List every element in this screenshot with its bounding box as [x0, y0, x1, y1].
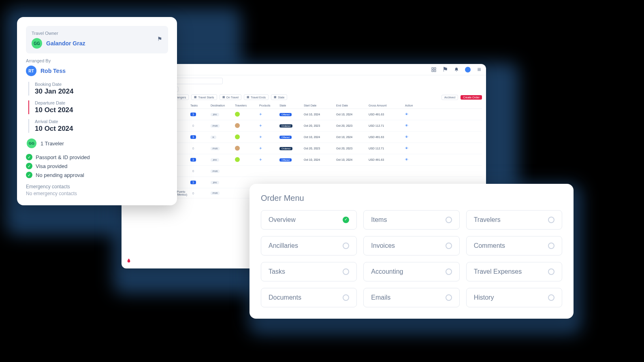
menu-item-emails[interactable]: Emails — [363, 288, 459, 307]
check-icon: ✓ — [26, 172, 32, 178]
traveler-avatar — [235, 123, 240, 128]
archived-toggle[interactable]: Archived — [441, 95, 458, 100]
date-value: 10 Oct 2024 — [35, 125, 168, 133]
traveler-avatar — [235, 146, 240, 151]
flag-icon[interactable]: ⚑ — [442, 67, 448, 72]
plane-icon: ✈ — [259, 135, 262, 139]
arranged-by: Arranged By RT Rob Tess — [26, 58, 168, 76]
date-item: Departure Date10 Oct 2024 — [28, 100, 168, 114]
radio-icon — [446, 243, 452, 249]
arranger-avatar[interactable]: RT — [26, 66, 36, 76]
menu-item-label: Comments — [474, 242, 505, 249]
date-value: 30 Jan 2024 — [35, 87, 168, 96]
menu-item-accounting[interactable]: Accounting — [363, 262, 459, 281]
radio-icon — [548, 268, 554, 275]
menu-item-label: Invoices — [371, 242, 395, 249]
plane-icon: ✈ — [259, 113, 262, 116]
arranger-name[interactable]: Rob Tess — [41, 68, 66, 74]
table-row[interactable]: Puerto Vallarta0PVR — [142, 166, 482, 177]
task-count: 0 — [190, 147, 196, 150]
end-date: Oct 10, 2024 — [336, 113, 369, 116]
menu-item-travelers[interactable]: Travelers — [466, 210, 562, 230]
iata-badge: JFK — [211, 113, 219, 116]
col-end: End Date — [336, 104, 369, 107]
menu-item-label: Travel Expenses — [474, 268, 522, 275]
traveler-count-row: GG 1 Traveler — [27, 138, 168, 148]
owner-avatar[interactable]: GG — [32, 38, 42, 49]
start-date: Oct 20, 2023 — [304, 124, 336, 127]
menu-icon[interactable]: ≡ — [476, 67, 482, 72]
menu-item-documents[interactable]: Documents — [261, 288, 357, 307]
start-date: Oct 20, 2023 — [304, 147, 336, 150]
task-count: 0 — [190, 169, 196, 173]
end-date: Oct 10, 2024 — [336, 136, 369, 138]
task-badge: 3 — [190, 135, 196, 139]
task-badge: 3 — [190, 113, 196, 116]
flag-icon[interactable]: ⚑ — [157, 36, 162, 42]
view-icon[interactable]: 👁 — [405, 158, 408, 162]
plane-icon: ✈ — [259, 124, 262, 128]
table-row[interactable]: New Yorktates)3K✈OfferedOct 10, 2024Oct … — [142, 132, 482, 143]
start-date: Oct 10, 2024 — [304, 136, 336, 138]
menu-item-label: Documents — [269, 294, 301, 301]
view-icon[interactable]: 👁 — [405, 113, 408, 116]
owner-box: Travel Owner GG Galandor Graz ⚑ — [26, 26, 168, 53]
emergency-text: No emergency contacts — [26, 191, 168, 196]
start-date: Oct 10, 2024 — [304, 113, 336, 116]
svg-rect-1 — [434, 68, 436, 69]
create-order-button[interactable]: Create Order — [461, 95, 482, 100]
filter-state[interactable]: ▦ State — [271, 94, 287, 100]
menu-item-ancillaries[interactable]: Ancillaries — [261, 236, 357, 256]
menu-item-items[interactable]: Items — [363, 210, 459, 230]
col-travelers: Travelers — [235, 104, 259, 107]
check-icon: ✓ — [26, 154, 32, 160]
apps-icon[interactable] — [431, 67, 437, 72]
order-menu-title: Order Menu — [261, 194, 562, 203]
menu-item-label: Travelers — [474, 216, 501, 224]
col-tasks: Tasks — [190, 104, 211, 107]
menu-item-tasks[interactable]: Tasks — [261, 262, 357, 281]
owner-name[interactable]: Galandor Graz — [46, 40, 85, 47]
state-badge: Offered — [279, 158, 292, 162]
travel-owner-card: Travel Owner GG Galandor Graz ⚑ Arranged… — [17, 17, 177, 205]
task-badge: 3 — [190, 158, 196, 162]
traveler-count: 1 Traveler — [41, 141, 64, 147]
iata-badge: PVR — [211, 192, 220, 195]
check-row: ✓Visa provided — [26, 163, 168, 169]
radio-icon — [548, 217, 554, 223]
filter-ends[interactable]: ▦ Travel Ends — [244, 94, 269, 100]
view-icon[interactable]: 👁 — [405, 124, 408, 128]
filter-row: ations 👤 Travel Arrangers ▦ Travel Start… — [142, 94, 482, 100]
menu-item-travel-expenses[interactable]: Travel Expenses — [466, 262, 562, 281]
traveler-avatar — [235, 157, 240, 162]
date-label: Booking Date — [35, 82, 168, 87]
menu-item-invoices[interactable]: Invoices — [363, 236, 459, 256]
table-row[interactable]: Puerto Vallarta0PVR✈OrderedOct 20, 2023O… — [142, 143, 482, 154]
filter-starts[interactable]: ▦ Travel Starts — [191, 94, 217, 100]
menu-item-comments[interactable]: Comments — [466, 236, 562, 256]
menu-item-overview[interactable]: Overview — [261, 210, 357, 230]
iata-badge: JFK — [211, 181, 219, 184]
radio-icon — [446, 294, 452, 301]
brand-logo-icon — [126, 258, 132, 264]
table-row[interactable]: New Yorktates)3JFK✈OfferedOct 10, 2024Oc… — [142, 109, 482, 120]
task-count: 0 — [190, 192, 211, 195]
iata-badge: PVR — [211, 170, 220, 173]
radio-icon — [548, 243, 554, 249]
bell-icon[interactable] — [454, 67, 459, 72]
iata-badge: PVR — [211, 147, 220, 150]
view-icon[interactable]: 👁 — [405, 135, 408, 139]
iata-badge: JFK — [211, 158, 219, 162]
table-row[interactable]: New Yorktates)3JFK✈OfferedOct 10, 2024Oc… — [142, 154, 482, 166]
user-avatar[interactable] — [465, 67, 471, 72]
gross-amount: USD 491.63 — [369, 158, 405, 161]
filter-ontravel[interactable]: ▦ On Travel — [220, 94, 241, 100]
date-item: Arrival Date10 Oct 2024 — [28, 119, 168, 133]
svg-rect-3 — [434, 70, 436, 72]
view-icon[interactable]: 👁 — [405, 147, 408, 150]
menu-item-history[interactable]: History — [466, 288, 562, 307]
menu-item-label: Accounting — [371, 268, 403, 275]
table-row[interactable]: Puerto Vallarta0PVR✈OrderedOct 20, 2023O… — [142, 120, 482, 132]
traveler-avatar — [235, 134, 240, 139]
traveler-avatar[interactable]: GG — [27, 138, 36, 148]
